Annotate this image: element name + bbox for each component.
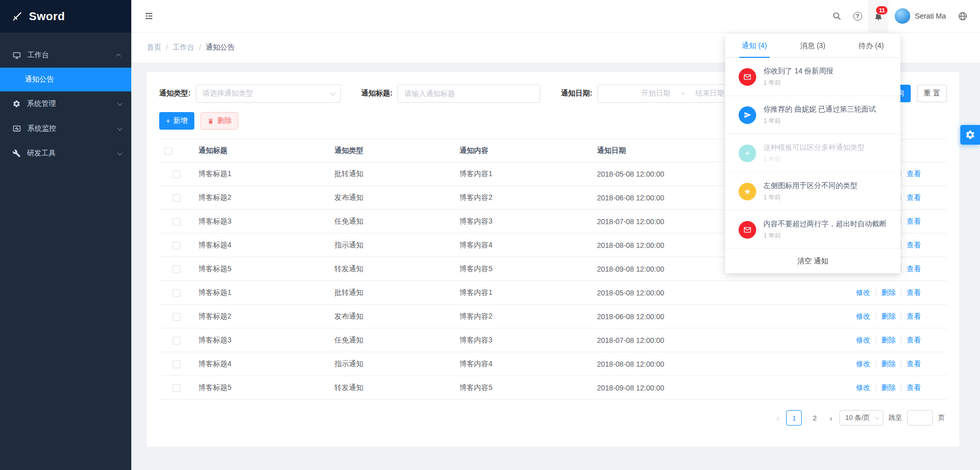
edit-link[interactable]: 修改 bbox=[856, 383, 870, 391]
table-row: 博客标题1批转通知博客内容12018-05-08 12:00:00 修改删除查看 bbox=[159, 281, 947, 305]
tab-inkbar bbox=[739, 57, 770, 58]
notification-time: 1 年前 bbox=[763, 117, 876, 126]
tab-todos[interactable]: 待办 (4) bbox=[842, 34, 900, 57]
edit-link[interactable]: 修改 bbox=[856, 312, 870, 320]
row-checkbox[interactable] bbox=[173, 289, 180, 297]
notification-item[interactable]: 你推荐的 曲妮妮 已通过第三轮面试 1 年前 bbox=[725, 96, 900, 134]
pagination-page-1[interactable]: 1 bbox=[786, 410, 802, 426]
monitor-icon bbox=[12, 51, 21, 60]
row-checkbox[interactable] bbox=[173, 242, 180, 249]
delete-link[interactable]: 删除 bbox=[881, 383, 896, 391]
chevron-down-icon bbox=[117, 101, 122, 106]
tab-notifications[interactable]: 通知 (4) bbox=[725, 34, 784, 57]
pagination-page-2[interactable]: 2 bbox=[807, 410, 822, 426]
tab-messages[interactable]: 消息 (3) bbox=[784, 34, 842, 57]
reset-button[interactable]: 重 置 bbox=[917, 85, 947, 102]
notification-panel: 通知 (4) 消息 (3) 待办 (4) 你收到了 14 份新周报 1 年前 你… bbox=[725, 34, 900, 273]
delete-link[interactable]: 删除 bbox=[881, 336, 896, 344]
notification-tabs: 通知 (4) 消息 (3) 待办 (4) bbox=[725, 34, 900, 58]
breadcrumb-home[interactable]: 首页 bbox=[147, 43, 161, 52]
title-filter-label: 通知标题: bbox=[361, 89, 393, 98]
table-row: 博客标题4指示通知博客内容42018-08-08 12:00:00 修改删除查看 bbox=[159, 352, 947, 376]
delete-link[interactable]: 删除 bbox=[881, 288, 896, 296]
notification-text: 你推荐的 曲妮妮 已通过第三轮面试 bbox=[763, 104, 876, 114]
type-select[interactable]: 请选择通知类型 bbox=[196, 84, 341, 103]
notification-item[interactable]: 内容不要超过两行字，超出时自动截断 1 年前 bbox=[725, 211, 900, 249]
notification-badge: 11 bbox=[876, 6, 888, 15]
sidebar-item-notice[interactable]: 通知公告 bbox=[0, 68, 131, 91]
row-checkbox[interactable] bbox=[173, 361, 180, 368]
breadcrumb-workbench[interactable]: 工作台 bbox=[173, 43, 194, 52]
title-input[interactable] bbox=[397, 84, 540, 103]
notification-item[interactable]: 你收到了 14 份新周报 1 年前 bbox=[725, 58, 900, 96]
view-link[interactable]: 查看 bbox=[907, 312, 921, 320]
delete-link[interactable]: 删除 bbox=[881, 312, 896, 320]
sidebar-item-dev-tools[interactable]: 研发工具 bbox=[0, 141, 131, 166]
notification-item[interactable]: ★ 左侧图标用于区分不同的类型 1 年前 bbox=[725, 173, 900, 211]
view-link[interactable]: 查看 bbox=[907, 383, 921, 391]
sidebar-item-system-management[interactable]: 系统管理 bbox=[0, 91, 131, 116]
type-select-placeholder: 请选择通知类型 bbox=[203, 89, 253, 98]
view-link[interactable]: 查看 bbox=[907, 169, 921, 178]
sidebar-menu: 工作台 通知公告 系统管理 系统监控 bbox=[0, 33, 131, 166]
sidebar-item-label: 系统管理 bbox=[27, 99, 111, 108]
view-link[interactable]: 查看 bbox=[907, 193, 921, 201]
breadcrumb-separator bbox=[166, 43, 168, 52]
row-checkbox[interactable] bbox=[173, 170, 180, 178]
settings-float-button[interactable] bbox=[960, 125, 980, 145]
edit-link[interactable]: 修改 bbox=[856, 288, 870, 296]
date-filter-label: 通知日期: bbox=[561, 89, 592, 98]
date-start-placeholder: 开始日期 bbox=[641, 89, 670, 98]
view-link[interactable]: 查看 bbox=[907, 241, 921, 249]
row-checkbox[interactable] bbox=[173, 313, 180, 321]
top-header: ? 11 Serati Ma bbox=[131, 0, 980, 33]
pagination-next[interactable]: › bbox=[828, 414, 834, 422]
add-button[interactable]: + 新增 bbox=[159, 112, 194, 130]
bell-icon[interactable]: 11 bbox=[868, 0, 889, 33]
edit-link[interactable]: 修改 bbox=[856, 359, 870, 368]
delete-link[interactable]: 删除 bbox=[881, 359, 896, 368]
wrench-icon bbox=[12, 149, 21, 158]
notification-text: 你收到了 14 份新周报 bbox=[763, 66, 833, 76]
search-icon[interactable] bbox=[826, 0, 847, 33]
delete-button[interactable]: 删除 bbox=[201, 112, 238, 130]
select-all-checkbox[interactable] bbox=[164, 147, 172, 155]
jump-page-input[interactable] bbox=[907, 410, 933, 426]
view-link[interactable]: 查看 bbox=[907, 217, 921, 225]
chevron-down-icon bbox=[330, 90, 335, 96]
notification-time: 1 年前 bbox=[763, 79, 833, 87]
chevron-down-icon bbox=[117, 126, 122, 131]
sidebar-item-label: 工作台 bbox=[27, 51, 111, 60]
row-checkbox[interactable] bbox=[173, 218, 180, 226]
question-glyph: ? bbox=[856, 13, 860, 19]
help-icon[interactable]: ? bbox=[847, 0, 868, 33]
menu-collapse-icon[interactable] bbox=[144, 11, 154, 21]
page-size-select[interactable]: 10 条/页 bbox=[839, 410, 883, 426]
notification-item-read[interactable]: + 这种模板可以区分多种通知类型 1 年前 bbox=[725, 134, 900, 173]
view-link[interactable]: 查看 bbox=[907, 288, 921, 296]
pagination-prev[interactable]: ‹ bbox=[774, 414, 781, 422]
clear-notifications-button[interactable]: 清空 通知 bbox=[725, 249, 900, 273]
notification-time: 1 年前 bbox=[763, 155, 865, 164]
row-checkbox[interactable] bbox=[173, 337, 180, 344]
breadcrumb-current: 通知公告 bbox=[206, 43, 235, 52]
view-link[interactable]: 查看 bbox=[907, 336, 921, 344]
sidebar-item-workbench[interactable]: 工作台 bbox=[0, 43, 131, 68]
edit-link[interactable]: 修改 bbox=[856, 336, 870, 344]
sidebar: Sword 工作台 通知公告 系统管理 bbox=[0, 0, 131, 470]
logo[interactable]: Sword bbox=[0, 0, 131, 33]
column-header-title: 通知标题 bbox=[193, 139, 329, 162]
app-title: Sword bbox=[29, 10, 65, 23]
view-link[interactable]: 查看 bbox=[907, 359, 921, 368]
globe-icon[interactable] bbox=[952, 0, 973, 33]
row-checkbox[interactable] bbox=[173, 194, 180, 202]
view-link[interactable]: 查看 bbox=[907, 264, 921, 273]
mail-icon bbox=[739, 68, 756, 86]
row-checkbox[interactable] bbox=[173, 265, 180, 273]
sidebar-item-system-monitor[interactable]: 系统监控 bbox=[0, 116, 131, 141]
mail-icon bbox=[739, 221, 756, 239]
column-header-content: 通知内容 bbox=[454, 139, 592, 162]
row-checkbox[interactable] bbox=[173, 384, 180, 392]
user-menu[interactable]: Serati Ma bbox=[889, 0, 952, 33]
date-end-placeholder: 结束日期 bbox=[695, 89, 724, 98]
